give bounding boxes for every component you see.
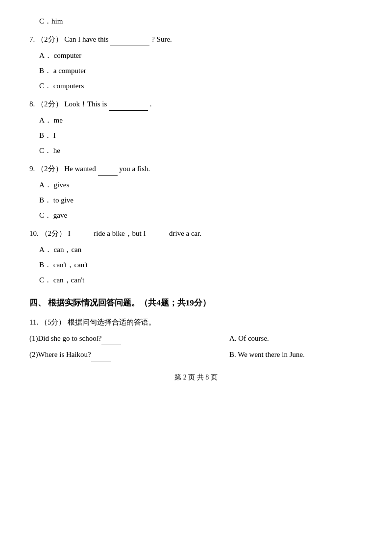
q10-points: （2分） [41,229,67,237]
q7-prompt-text: Can I have this [64,35,108,43]
option-text: C．him [39,15,363,28]
q10-option-a: A． can，can [39,243,363,256]
q8-blank [109,110,148,111]
q11-item1-left-text: (1)Did she go to school? [29,334,101,342]
q10-middle: ride a bike，but I [94,229,146,237]
q7-option-a-text: computer [54,51,82,59]
q9-option-b: B． to give [39,194,363,207]
q11-points: （5分） [40,318,66,326]
q10-option-c-label: C． [39,276,51,284]
q9-option-a-text: gives [54,181,70,189]
q9-suffix: you a fish. [119,165,150,173]
q8-points: （2分） [37,100,63,108]
question-10-prompt: 10. （2分） I ride a bike，but I drive a car… [29,227,363,240]
q9-number: 9. [29,165,35,173]
q7-option-c-text: computers [53,82,84,90]
q10-option-b: B． can't，can't [39,258,363,272]
question-10: 10. （2分） I ride a bike，but I drive a car… [29,227,363,287]
q11-item2-left-text: (2)Where is Haikou? [29,351,91,358]
q7-option-a: A． computer [39,49,363,62]
q10-option-b-text: can't，can't [53,261,88,269]
q11-instruction: 根据问句选择合适的答语。 [68,318,156,326]
q11-row-2-right: B. We went there in June. [229,348,363,361]
q8-option-b-text: I [53,131,56,139]
question-7: 7. （2分） Can I have this ? Sure. A． compu… [29,33,363,93]
q10-prefix: I [68,229,71,237]
question-9: 9. （2分） He wanted you a fish. A． gives B… [29,162,363,222]
q10-number: 10. [29,229,39,237]
q9-option-c-text: gave [53,211,67,219]
q11-row-1: (1)Did she go to school? A. Of course. [29,332,363,345]
q7-option-c: C． computers [39,79,363,93]
q7-option-b-text: a computer [53,67,86,75]
q9-option-c: C． gave [39,209,363,222]
q9-option-c-label: C． [39,211,51,219]
q11-item2-right-text: B. We went there in June. [229,351,305,358]
q7-option-b: B． a computer [39,64,363,77]
q7-suffix: ? Sure. [151,35,172,43]
q11-row-1-right: A. Of course. [229,332,363,345]
q8-option-a-label: A． [39,116,52,124]
q10-option-a-label: A． [39,246,52,253]
q11-row-2-left: (2)Where is Haikou? [29,348,213,361]
q8-prompt-text: Look！This is [64,100,107,108]
q9-prompt-text: He wanted [64,165,96,173]
q9-blank [98,175,118,176]
question-11: 11. （5分） 根据问句选择合适的答语。 (1)Did she go to s… [29,316,363,361]
option-c-him: C．him [29,15,363,28]
q9-points: （2分） [37,165,63,173]
q9-option-b-label: B． [39,196,51,204]
q7-option-c-label: C． [39,82,51,90]
q10-option-a-text: can，can [54,246,82,253]
q10-blank1 [73,240,92,240]
q8-option-c-text: he [53,147,60,154]
q10-suffix: drive a car. [169,229,201,237]
q8-number: 8. [29,100,35,108]
q11-item2-blank [91,361,111,361]
q10-option-c: C． can，can't [39,274,363,287]
question-9-prompt: 9. （2分） He wanted you a fish. [29,162,363,176]
q8-option-a: A． me [39,114,363,127]
q7-option-b-label: B． [39,67,51,75]
q8-option-c-label: C． [39,147,51,154]
q8-option-c: C． he [39,144,363,157]
q10-option-b-label: B． [39,261,51,269]
q11-number: 11. [29,318,38,326]
section-4-header: 四、 根据实际情况回答问题。（共4题；共19分） [29,296,363,311]
page-footer-text: 第 2 页 共 8 页 [174,374,218,381]
q7-option-a-label: A． [39,51,52,59]
q10-option-c-text: can，can't [53,276,85,284]
q11-item1-blank [101,345,121,345]
q7-points: （2分） [37,35,63,43]
q9-option-b-text: to give [53,196,74,204]
q8-option-a-text: me [54,116,63,124]
page-footer: 第 2 页 共 8 页 [29,371,363,383]
question-11-header: 11. （5分） 根据问句选择合适的答语。 [29,316,363,329]
q9-option-a-label: A． [39,181,52,189]
q7-blank [110,46,149,46]
q8-option-b-label: B． [39,131,51,139]
question-7-prompt: 7. （2分） Can I have this ? Sure. [29,33,363,46]
q9-option-a: A． gives [39,178,363,192]
question-8: 8. （2分） Look！This is . A． me B． I C． he [29,98,363,157]
q8-suffix: . [150,100,152,108]
q7-number: 7. [29,35,35,43]
q10-blank2 [147,240,167,240]
question-8-prompt: 8. （2分） Look！This is . [29,98,363,111]
q8-option-b: B． I [39,129,363,142]
q11-item1-right-text: A. Of course. [229,334,269,342]
q11-row-2: (2)Where is Haikou? B. We went there in … [29,348,363,361]
q11-row-1-left: (1)Did she go to school? [29,332,213,345]
